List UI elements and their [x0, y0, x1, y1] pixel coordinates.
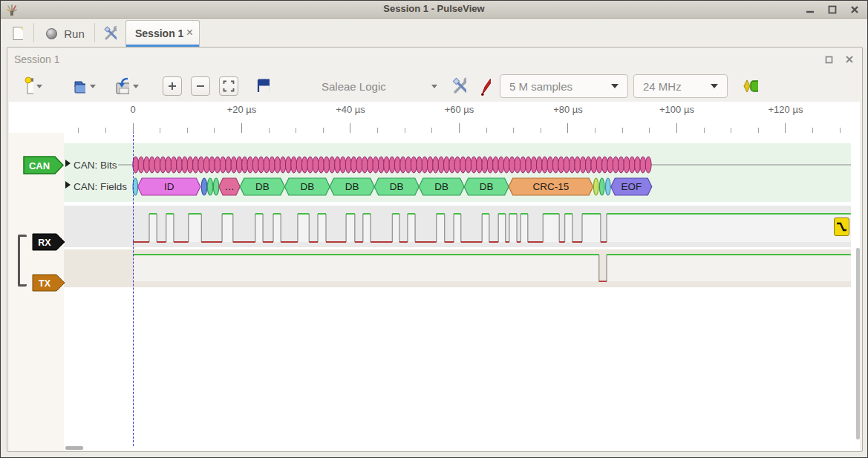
- tab-session-1[interactable]: Session 1 ×: [125, 20, 200, 47]
- ruler-minor-tick: [812, 128, 813, 133]
- svg-text:CAN: CAN: [29, 160, 50, 171]
- ruler-minor-tick: [649, 128, 650, 133]
- open-folder-icon: [74, 78, 85, 95]
- svg-text:TX: TX: [39, 278, 51, 289]
- ruler-minor-tick: [214, 128, 215, 133]
- toolbar-separator: [94, 23, 95, 42]
- rx-waveform: [64, 206, 851, 247]
- new-file-dropdown-arrow[interactable]: [36, 85, 42, 88]
- minus-icon: [195, 80, 206, 92]
- ruler-minor-tick: [78, 128, 79, 133]
- trigger-marker-falling-edge-icon[interactable]: [834, 217, 849, 236]
- new-session-icon: [11, 26, 23, 41]
- new-file-button[interactable]: [20, 74, 47, 98]
- tx-channel-tag[interactable]: TX: [32, 274, 65, 292]
- ruler-minor-tick: [595, 128, 595, 133]
- sample-rate-dropdown-arrow: [711, 84, 718, 88]
- tab-label: Session 1: [135, 27, 183, 39]
- svg-text:DB: DB: [345, 181, 359, 192]
- new-session-button[interactable]: [7, 23, 27, 44]
- close-button[interactable]: [849, 4, 860, 15]
- dock-close-button[interactable]: [843, 53, 856, 65]
- ruler-major-label: 0: [130, 104, 135, 115]
- configure-device-button[interactable]: [447, 75, 471, 97]
- sample-rate-value: 24 MHz: [643, 80, 711, 93]
- ruler-major-label: +40 µs: [336, 104, 365, 115]
- ruler-major-label: +60 µs: [445, 104, 474, 115]
- rx-channel-tag[interactable]: RX: [32, 233, 65, 251]
- run-label: Run: [64, 27, 85, 40]
- sample-count-dropdown-arrow: [611, 84, 619, 88]
- ruler-minor-tick: [405, 128, 405, 133]
- svg-text:DB: DB: [390, 181, 404, 192]
- maximize-button[interactable]: [827, 4, 838, 15]
- tab-close-icon[interactable]: ×: [186, 26, 193, 39]
- ruler-minor-tick: [758, 128, 759, 133]
- svg-text:…: …: [224, 181, 235, 192]
- tools-icon: [103, 25, 117, 42]
- fit-view-icon: [223, 80, 235, 92]
- fields-row-expander[interactable]: [65, 181, 71, 189]
- save-icon: [115, 77, 129, 96]
- ruler-minor-tick: [323, 128, 324, 133]
- titlebar[interactable]: Session 1 - PulseView: [1, 1, 867, 19]
- save-dropdown-arrow[interactable]: [133, 85, 139, 88]
- device-selector[interactable]: Saleae Logic: [316, 75, 443, 97]
- svg-text:DB: DB: [434, 181, 448, 192]
- vertical-scrollbar[interactable]: [856, 248, 860, 439]
- settings-button[interactable]: [99, 23, 121, 44]
- ruler-minor-tick: [296, 128, 296, 133]
- trigger-time-line: [133, 133, 134, 446]
- channels-button[interactable]: [474, 75, 495, 97]
- save-button[interactable]: [111, 74, 143, 98]
- ruler-major-tick: [133, 123, 134, 133]
- bits-row-label: CAN: Bits: [74, 160, 117, 171]
- trigger-settings-button[interactable]: [737, 76, 763, 96]
- cursors-icon: [255, 78, 270, 94]
- ruler-minor-tick: [105, 128, 106, 133]
- zoom-in-button[interactable]: [163, 76, 182, 96]
- svg-text:CRC-15: CRC-15: [533, 181, 570, 192]
- ruler-minor-tick: [377, 128, 378, 133]
- bits-row-expander[interactable]: [65, 160, 71, 167]
- ruler-minor-tick: [731, 128, 731, 133]
- ruler-major-tick: [350, 123, 350, 133]
- ruler-major-tick: [241, 123, 242, 133]
- dock-float-button[interactable]: [822, 53, 835, 65]
- svg-text:ID: ID: [164, 181, 174, 192]
- svg-text:RX: RX: [38, 238, 51, 248]
- sample-rate-combobox[interactable]: 24 MHz: [633, 74, 728, 98]
- ruler-minor-tick: [704, 128, 705, 133]
- svg-text:EOF: EOF: [621, 181, 642, 192]
- open-file-dropdown-arrow[interactable]: [90, 85, 96, 88]
- can-decoder-tag[interactable]: CAN: [23, 156, 65, 174]
- run-button[interactable]: Run: [41, 22, 90, 45]
- sample-count-value: 5 M samples: [509, 80, 611, 93]
- svg-text:DB: DB: [300, 181, 314, 192]
- probe-icon: [479, 76, 491, 96]
- window-title: Session 1 - PulseView: [1, 3, 867, 14]
- dock-title: Session 1: [14, 53, 59, 65]
- open-file-button[interactable]: [69, 75, 100, 97]
- decoder-channel-bracket: [18, 235, 27, 287]
- show-cursors-button[interactable]: [250, 76, 274, 96]
- ruler-minor-tick: [622, 128, 623, 133]
- zoom-out-button[interactable]: [191, 76, 210, 96]
- pulseview-window: Session 1 - PulseView Run: [0, 0, 868, 458]
- device-dropdown-arrow: [431, 85, 437, 88]
- horizontal-scrollbar[interactable]: [65, 446, 83, 450]
- ruler-major-tick: [567, 123, 568, 133]
- sample-count-combobox[interactable]: 5 M samples: [500, 74, 628, 98]
- trace-view[interactable]: ID…DBDBDBDBDBDBCRC-15EOF CAN CAN: Bits C…: [9, 133, 860, 451]
- svg-text:DB: DB: [480, 181, 494, 192]
- zoom-fit-button[interactable]: [219, 76, 238, 96]
- trigger-settings-icon: [742, 77, 758, 95]
- ruler-major-tick: [676, 123, 677, 133]
- ruler-minor-tick: [840, 128, 841, 133]
- time-ruler[interactable]: 0+20 µs+40 µs+60 µs+80 µs+100 µs+120 µs: [9, 102, 860, 133]
- ruler-minor-tick: [541, 128, 541, 133]
- minimize-button[interactable]: [805, 4, 815, 15]
- configure-tools-icon: [451, 76, 466, 96]
- toolbar-separator: [33, 23, 34, 42]
- new-file-icon: [25, 76, 33, 96]
